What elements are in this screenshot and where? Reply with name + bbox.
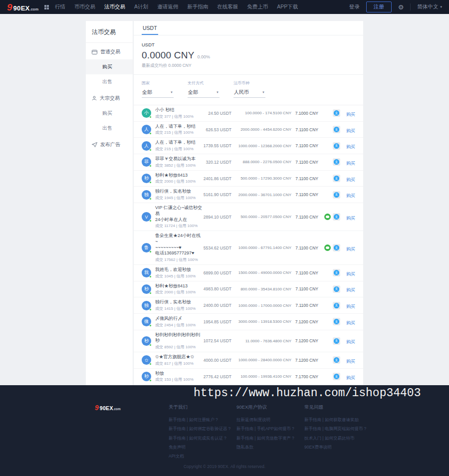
trader-stats: 成交 153 | 信用 100%: [155, 377, 203, 382]
trader-stats: 成交 11724 | 信用 100%: [155, 223, 203, 229]
nav-item-3[interactable]: A计划: [134, 3, 148, 10]
footer-link[interactable]: 免责声明: [169, 443, 236, 452]
table-row: 秒秒到秒到秒到秒到秒到秒成交 8592 | 信用 100%1072.54 USD…: [134, 330, 363, 352]
trader-name: 秒利★秒放8413: [155, 173, 203, 179]
language-label: 简体中文: [417, 3, 438, 10]
gear-icon[interactable]: ⚙: [398, 4, 404, 10]
footer-link[interactable]: 新手指南 | 如何绑定谷歌验证器？: [169, 424, 236, 433]
sidebar-item-1-1[interactable]: 出售: [86, 121, 133, 136]
buy-button[interactable]: 购买: [346, 359, 355, 364]
payment-methods: 支: [318, 109, 340, 117]
footer-link[interactable]: 新手指南 | 如何获取邀请奖励: [304, 415, 399, 424]
sidebar-item-1-0[interactable]: 购买: [86, 106, 133, 121]
footer-link[interactable]: 新手指南 | 手机APP如何提币？: [236, 424, 304, 433]
payment-methods: 支: [318, 269, 340, 276]
buy-button[interactable]: 购买: [346, 177, 355, 182]
action-cell: 购买: [340, 243, 355, 252]
price-cell: 7.1100 CNY: [291, 245, 318, 250]
register-button[interactable]: 注册: [366, 1, 392, 12]
trader-name: 人在，请下单，秒结: [155, 124, 203, 130]
buy-button[interactable]: 购买: [346, 193, 355, 198]
amount-cell: 5161.90 USDT: [203, 192, 231, 197]
avatar: V: [142, 212, 151, 222]
sidebar-item-0-1[interactable]: 出售: [86, 74, 133, 89]
price-cell: 7.1200 CNY: [291, 338, 318, 343]
action-cell: 购买: [340, 268, 355, 277]
action-cell: 购买: [340, 190, 355, 199]
trader-info: 菲菲￥交易以诚为本成交 3852 | 信用 100%: [155, 156, 203, 168]
limit-cell: 100.0000 - 19936.4100 CNY: [231, 374, 291, 379]
trader-info: 秒利★秒放8413成交 2000 | 信用 100%: [155, 173, 203, 185]
buy-button[interactable]: 购买: [346, 128, 355, 133]
nav-item-6[interactable]: 在线客服: [217, 3, 238, 10]
filter-select-1[interactable]: 支付方式全部▼: [188, 80, 220, 98]
action-cell: 购买: [340, 125, 355, 134]
logo-text: 90EX: [13, 4, 30, 12]
footer-link[interactable]: 新手指南 | 如何注册账户？: [169, 415, 236, 424]
apps-grid-icon[interactable]: [44, 5, 49, 9]
buy-button[interactable]: 购买: [346, 304, 355, 309]
buy-button[interactable]: 购买: [346, 161, 355, 166]
buy-button[interactable]: 购买: [346, 271, 355, 276]
footer-logo[interactable]: 9 90EX .com: [95, 404, 169, 411]
filter-value-row: 全部▼: [188, 88, 220, 98]
price-cell: 7.1100 CNY: [291, 215, 318, 220]
buy-button[interactable]: 购买: [346, 246, 355, 251]
footer-link[interactable]: 90EX费率说明: [304, 443, 399, 452]
footer-link[interactable]: API文档: [169, 452, 236, 461]
nav-item-4[interactable]: 邀请返佣: [157, 3, 178, 10]
amount-cell: 320.12 USDT: [203, 160, 231, 165]
payment-methods: 支: [318, 356, 340, 364]
footer-link[interactable]: 拉新返佣制度说明: [236, 415, 304, 424]
amount-cell: 4000.00 USDT: [203, 358, 231, 363]
footer-link[interactable]: 新手指南 | 电脑网页端如何提币？: [304, 424, 399, 433]
buy-button[interactable]: 购买: [346, 339, 355, 344]
price-cell: 7.1100 CNY: [291, 160, 318, 165]
filter-select-0[interactable]: 国家全部▼: [142, 80, 174, 98]
online-status-dot: [149, 324, 152, 327]
sidebar-item-0-0[interactable]: 购买: [86, 59, 133, 74]
buy-button[interactable]: 购买: [346, 287, 355, 292]
nav-item-1[interactable]: 币币交易: [74, 3, 95, 10]
online-status-dot: [149, 308, 152, 311]
action-cell: 购买: [340, 356, 355, 365]
filter-value: 全部: [188, 89, 198, 96]
buy-button[interactable]: 购买: [346, 216, 355, 221]
language-switcher[interactable]: 简体中文 ▾: [417, 3, 442, 10]
trader-list: 小小小 秒结成交 377 | 信用 100%24.50 USDT100.0000…: [134, 105, 363, 385]
payment-methods: 支: [318, 142, 340, 150]
nav-item-0[interactable]: 行情: [55, 3, 65, 10]
alipay-glyph: 支: [334, 143, 339, 149]
nav-item-5[interactable]: 新手指南: [187, 3, 208, 10]
nav-item-8[interactable]: APP下载: [277, 3, 298, 10]
footer-link[interactable]: 隐私条款: [236, 443, 304, 452]
sidebar-group-2[interactable]: 发布广告: [86, 136, 133, 152]
trader-info: VIP 仁谦之心~诚信秒交易 24小时单在人在成交 11724 | 信用 100…: [155, 205, 203, 229]
amount-cell: 24.50 USDT: [203, 111, 231, 116]
logo[interactable]: 9 90EX .com: [7, 2, 38, 12]
filter-label: 支付方式: [188, 80, 220, 86]
online-status-dot: [149, 116, 152, 118]
sidebar-group-0[interactable]: 普通交易: [86, 43, 133, 59]
nav-item-2[interactable]: 法币交易: [104, 3, 125, 10]
buy-button[interactable]: 购买: [346, 320, 355, 325]
nav-item-7[interactable]: 免费上币: [247, 3, 268, 10]
alipay-glyph: 支: [334, 338, 339, 344]
login-link[interactable]: 登录: [349, 3, 360, 10]
action-cell: 购买: [340, 141, 355, 150]
footer-link[interactable]: 新手指南 | 如何完成实名认证？: [169, 434, 236, 443]
footer-link[interactable]: 新手指南 | 如何充值数字资产？: [236, 434, 304, 443]
price-cell: 7.1000 CNY: [291, 111, 318, 116]
amount-cell: 1072.54 USDT: [203, 338, 231, 343]
filter-select-2[interactable]: 法币币种人民币▼: [233, 80, 265, 98]
tab-usdt[interactable]: USDT: [142, 25, 158, 35]
trader-stats: 成交 3852 | 信用 100%: [155, 163, 203, 168]
limit-cell: 1000.0000 - 12368.2000 CNY: [231, 144, 291, 148]
page-title: 法币交易: [86, 21, 133, 43]
buy-button[interactable]: 购买: [346, 375, 355, 380]
buy-button[interactable]: 购买: [346, 112, 355, 117]
sidebar-group-1[interactable]: 大宗交易: [86, 89, 133, 106]
buy-button[interactable]: 购买: [346, 144, 355, 149]
footer-link[interactable]: 技术入门 | 如何交易比特币: [304, 434, 399, 443]
avatar: 独: [142, 301, 151, 310]
